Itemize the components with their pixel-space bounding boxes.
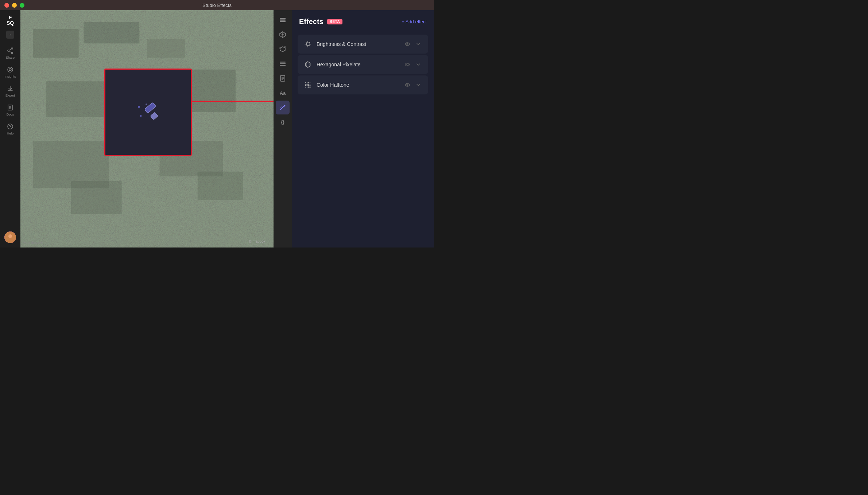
svg-rect-19 [147, 39, 185, 58]
document-button[interactable] [276, 71, 290, 85]
layers-button[interactable] [276, 13, 290, 27]
sidebar-item-export[interactable]: Export [1, 82, 19, 100]
svg-point-80 [307, 85, 308, 86]
svg-point-69 [405, 63, 410, 66]
maximize-button[interactable] [20, 3, 24, 8]
svg-point-83 [305, 87, 306, 87]
svg-point-15 [7, 239, 13, 243]
svg-rect-25 [71, 181, 122, 214]
svg-point-73 [308, 82, 309, 83]
beta-badge: BETA [327, 19, 342, 24]
brightness-contrast-expand-button[interactable] [414, 40, 422, 48]
export-icon [7, 85, 13, 93]
right-toolbar: Aa {} [274, 10, 292, 248]
logo: FSQ [3, 13, 18, 28]
code-button[interactable]: {} [276, 115, 290, 129]
svg-point-86 [309, 86, 311, 88]
svg-point-79 [305, 85, 306, 86]
svg-point-74 [310, 82, 310, 83]
docs-label: Docs [7, 113, 14, 116]
svg-point-56 [306, 43, 309, 46]
svg-point-1 [8, 50, 9, 51]
magic-wand-icon [130, 94, 166, 130]
brightness-contrast-item[interactable]: Brightness & Contrast [298, 35, 428, 54]
effects-panel: Effects BETA + Add effect [292, 10, 434, 248]
svg-line-63 [306, 46, 306, 46]
svg-point-55 [280, 107, 281, 108]
close-button[interactable] [4, 3, 9, 8]
svg-marker-67 [306, 62, 310, 67]
hexagonal-pixelate-icon [303, 60, 312, 69]
app-container: FSQ › Share Insights [0, 10, 434, 248]
svg-point-12 [10, 128, 11, 128]
3d-button[interactable] [276, 28, 290, 42]
effects-list: Brightness & Contrast [292, 32, 434, 97]
svg-point-29 [146, 104, 147, 105]
svg-point-2 [11, 52, 13, 54]
svg-point-54 [284, 109, 284, 109]
svg-point-14 [8, 234, 12, 238]
text-aa-label: Aa [280, 90, 286, 96]
svg-line-51 [280, 106, 284, 110]
brightness-contrast-actions [403, 40, 422, 48]
color-halftone-expand-button[interactable] [414, 81, 422, 89]
list-button[interactable] [276, 57, 290, 71]
hexagonal-pixelate-visibility-button[interactable] [403, 61, 411, 69]
svg-line-61 [306, 42, 306, 43]
color-halftone-actions [403, 81, 422, 89]
svg-point-84 [307, 87, 307, 87]
brightness-contrast-name: Brightness & Contrast [317, 41, 399, 47]
svg-rect-44 [280, 62, 286, 63]
svg-rect-31 [150, 112, 158, 120]
collapse-button[interactable]: › [6, 31, 14, 39]
effects-title: Effects [299, 17, 323, 26]
color-halftone-visibility-button[interactable] [403, 81, 411, 89]
svg-rect-26 [198, 172, 243, 200]
titlebar-buttons [4, 3, 24, 8]
svg-rect-43 [284, 46, 286, 48]
svg-rect-22 [185, 70, 236, 112]
svg-rect-17 [33, 29, 79, 58]
color-halftone-item[interactable]: Color Halftone [298, 75, 428, 94]
polygon-button[interactable] [276, 42, 290, 56]
svg-point-76 [306, 83, 308, 85]
svg-line-39 [280, 34, 283, 35]
svg-rect-45 [280, 63, 286, 65]
svg-marker-68 [306, 63, 309, 66]
code-icon-label: {} [281, 120, 284, 125]
svg-line-64 [309, 42, 310, 43]
minimize-button[interactable] [12, 3, 17, 8]
svg-point-28 [140, 115, 142, 117]
add-effect-button[interactable]: + Add effect [402, 19, 427, 24]
svg-point-6 [9, 69, 11, 71]
map-container[interactable]: FourSquare © mapbox [20, 10, 274, 248]
svg-point-77 [308, 84, 309, 85]
export-label: Export [5, 94, 15, 97]
hexagonal-pixelate-expand-button[interactable] [414, 61, 422, 69]
svg-point-0 [11, 48, 13, 49]
svg-rect-36 [280, 20, 286, 21]
svg-point-81 [308, 85, 309, 86]
svg-rect-20 [46, 81, 109, 117]
svg-line-62 [309, 46, 310, 46]
insights-label: Insights [4, 75, 16, 78]
hexagonal-pixelate-name: Hexagonal Pixelate [317, 62, 399, 67]
effects-header: Effects BETA + Add effect [292, 10, 434, 32]
svg-line-4 [9, 51, 11, 52]
mapbox-watermark: © mapbox [249, 239, 271, 245]
text-button[interactable]: Aa [276, 86, 290, 100]
sidebar-item-help[interactable]: Help [1, 120, 19, 138]
sidebar-item-share[interactable]: Share [1, 44, 19, 62]
share-icon [7, 47, 13, 55]
titlebar: Studio Effects [0, 0, 434, 10]
sidebar-item-docs[interactable]: Docs [1, 101, 19, 119]
insights-icon [7, 66, 13, 74]
svg-line-3 [9, 49, 11, 50]
sidebar-item-insights[interactable]: Insights [1, 63, 19, 81]
hexagonal-pixelate-item[interactable]: Hexagonal Pixelate [298, 55, 428, 74]
avatar[interactable] [4, 231, 16, 243]
svg-point-78 [310, 84, 310, 85]
brightness-contrast-visibility-button[interactable] [403, 40, 411, 48]
svg-rect-18 [84, 22, 140, 44]
effects-button[interactable] [276, 101, 290, 114]
